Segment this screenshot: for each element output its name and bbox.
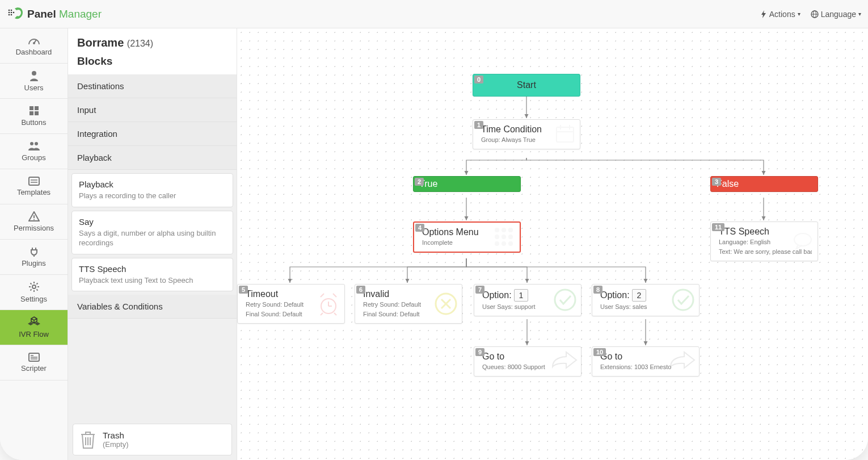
svg-point-42	[794, 233, 811, 246]
logo: Panel Manager	[7, 7, 102, 22]
category-destinations[interactable]: Destinations	[68, 74, 237, 98]
node-title: False	[711, 177, 818, 191]
svg-point-17	[30, 142, 33, 145]
language-menu[interactable]: Language ▾	[811, 10, 861, 19]
check-icon	[671, 287, 696, 312]
node-start[interactable]: 0 Start	[473, 74, 580, 97]
bolt-icon	[760, 10, 767, 18]
sidebar-label: Buttons	[21, 118, 46, 127]
groups-icon	[28, 141, 40, 151]
block-title: Say	[79, 217, 226, 227]
node-badge: 8	[593, 286, 602, 294]
sidebar-item-plugins[interactable]: Plugins	[0, 240, 68, 275]
svg-rect-29	[557, 127, 574, 142]
sidebar-item-ivrflow[interactable]: IVR Flow	[0, 310, 68, 345]
node-badge: 10	[593, 348, 606, 356]
svg-line-47	[334, 313, 336, 315]
block-desc: Plays a recording to the caller	[79, 191, 226, 201]
sidebar-item-permissions[interactable]: Permissions	[0, 204, 68, 240]
cubes-icon	[28, 316, 40, 328]
category-variables[interactable]: Variables & Conditions	[68, 295, 237, 319]
node-options-menu[interactable]: 4 Options Menu Incomplete	[413, 221, 521, 253]
blocks-panel: Borrame (2134) Blocks Destinations Input…	[68, 28, 237, 460]
svg-rect-14	[35, 106, 39, 110]
svg-point-2	[9, 11, 10, 13]
block-say[interactable]: Say Says a digit, number or alpha using …	[71, 211, 233, 254]
topbar: Panel Manager Actions ▾ Language ▾	[0, 0, 868, 28]
block-playback[interactable]: Playback Plays a recording to the caller	[71, 173, 233, 207]
trash-title: Trash	[103, 430, 129, 440]
trash[interactable]: Trash (Empty)	[73, 424, 232, 455]
node-badge: 9	[475, 348, 484, 356]
keypad-icon	[491, 224, 516, 249]
blocks-heading: Blocks	[77, 55, 227, 68]
node-invalid[interactable]: 6 Invalid Retry Sound: Default Final Sou…	[355, 284, 462, 324]
node-badge: 7	[475, 286, 484, 294]
sidebar-item-buttons[interactable]: Buttons	[0, 99, 68, 134]
svg-line-46	[321, 313, 323, 315]
sidebar-item-groups[interactable]: Groups	[0, 134, 68, 169]
svg-point-52	[673, 290, 693, 310]
invalid-icon	[433, 291, 458, 316]
svg-rect-19	[29, 177, 39, 185]
node-option-1[interactable]: 7 Option:1 User Says: support	[474, 284, 582, 316]
svg-point-33	[495, 228, 499, 232]
block-desc: Says a digit, number or alpha using buil…	[79, 228, 226, 248]
sidebar-label: Plugins	[22, 259, 46, 267]
svg-rect-15	[30, 111, 33, 115]
node-true[interactable]: 2 True	[413, 176, 521, 192]
node-false[interactable]: 3 False	[710, 176, 818, 192]
dashboard-icon	[28, 35, 40, 45]
sidebar-item-dashboard[interactable]: Dashboard	[0, 28, 68, 64]
node-title: Start	[473, 74, 580, 96]
block-tts[interactable]: TTS Speech Playback text using Text to S…	[71, 258, 233, 292]
svg-point-12	[32, 71, 36, 76]
plug-icon	[29, 246, 39, 257]
trash-status: (Empty)	[103, 440, 129, 449]
check-icon	[553, 287, 578, 312]
category-integration[interactable]: Integration	[68, 122, 237, 146]
svg-point-1	[11, 9, 12, 11]
svg-point-38	[508, 235, 513, 239]
node-time-condition[interactable]: 1 Time Condition Group: Always True	[473, 119, 580, 149]
gear-icon	[28, 281, 40, 292]
sidebar-label: IVR Flow	[19, 330, 49, 338]
node-goto-extensions[interactable]: 10 Go to Extensions: 1003 Ernesto	[592, 346, 700, 377]
svg-point-41	[508, 241, 513, 246]
clock-icon	[316, 291, 341, 316]
sidebar-label: Settings	[20, 295, 47, 303]
flow-title: Borrame (2134)	[77, 36, 227, 49]
block-title: TTS Speech	[79, 264, 226, 274]
trash-icon	[80, 430, 96, 449]
logo-text: Panel Manager	[27, 8, 102, 20]
actions-menu[interactable]: Actions ▾	[760, 10, 800, 19]
node-badge: 4	[415, 224, 424, 232]
svg-point-4	[13, 11, 15, 13]
svg-point-39	[495, 241, 499, 246]
category-input[interactable]: Input	[68, 98, 237, 122]
node-badge: 0	[474, 76, 483, 83]
block-title: Playback	[79, 179, 226, 189]
node-option-2[interactable]: 8 Option:2 User Says: sales	[592, 284, 700, 316]
goto-icon	[668, 351, 696, 371]
sidebar-item-scripter[interactable]: Scripter	[0, 345, 68, 380]
sidebar-item-settings[interactable]: Settings	[0, 275, 68, 310]
svg-point-34	[502, 228, 506, 232]
sidebar-item-templates[interactable]: Templates	[0, 169, 68, 204]
svg-rect-13	[30, 106, 33, 110]
svg-point-36	[495, 235, 499, 239]
node-goto-queues[interactable]: 9 Go to Queues: 8000 Support	[474, 346, 582, 377]
logo-icon	[7, 7, 24, 22]
node-tts-speech[interactable]: 11 TTS Speech Language: English Text: We…	[710, 221, 818, 261]
sidebar-item-users[interactable]: Users	[0, 64, 68, 99]
svg-point-6	[11, 14, 12, 15]
scripter-icon	[28, 353, 40, 362]
category-playback[interactable]: Playback	[68, 146, 237, 170]
svg-point-5	[9, 14, 10, 15]
svg-point-3	[11, 11, 12, 13]
caret-icon: ▾	[798, 11, 800, 17]
calendar-icon	[554, 123, 576, 145]
node-timeout[interactable]: 5 Timeout Retry Sound: Default Final Sou…	[237, 284, 345, 324]
canvas[interactable]: 0 Start 1 Time Condition Group: Always T…	[237, 28, 868, 460]
svg-point-0	[9, 9, 10, 11]
